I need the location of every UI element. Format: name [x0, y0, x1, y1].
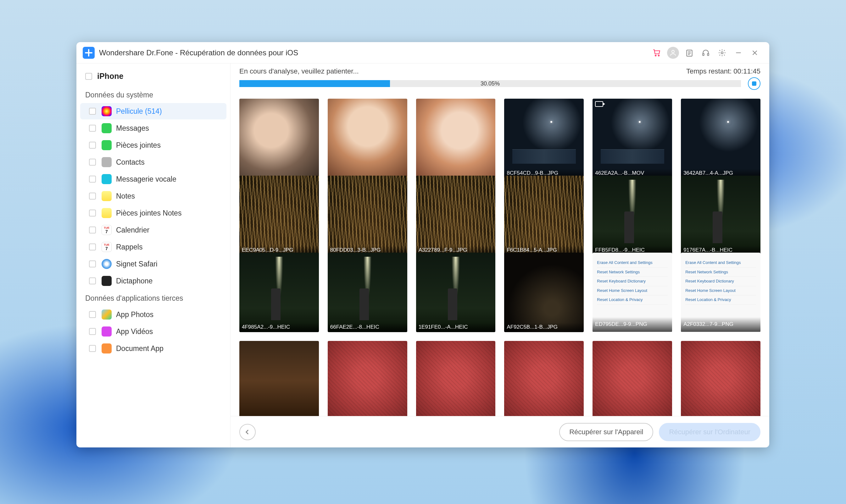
thumbnail[interactable] [592, 341, 672, 416]
thumbnail[interactable]: 1E91FE0...-A...HEIC [416, 253, 496, 332]
app-doc-icon [102, 343, 111, 354]
sidebar-item-app-videos[interactable]: App Vidéos [80, 323, 226, 340]
sidebar-item-safari[interactable]: Signet Safari [80, 256, 226, 272]
thumbnail-filename: AF92C5B...1-B...JPG [504, 323, 584, 332]
sidebar-item-label: Messages [116, 124, 149, 132]
recover-device-button[interactable]: Récupérer sur l'Appareil [559, 423, 653, 441]
svg-point-2 [672, 50, 674, 53]
pellicule-icon [102, 106, 111, 116]
sidebar-item-app-doc[interactable]: Document App [80, 340, 226, 357]
thumbnail[interactable]: AF92C5B...1-B...JPG [504, 253, 584, 332]
sidebar-item-label: Pièces jointes [116, 141, 161, 149]
sidebar-item-messages[interactable]: Messages [80, 120, 226, 137]
thumbnail[interactable]: Erase All Content and SettingsReset Netw… [592, 253, 672, 332]
sidebar-item-label: App Photos [116, 310, 154, 319]
sidebar-item-label: Pellicule (514) [116, 107, 162, 115]
recover-pc-button[interactable]: Récupérer sur l'Ordinateur [659, 423, 760, 441]
svg-point-0 [655, 55, 656, 56]
back-button[interactable] [239, 424, 256, 440]
reminders-icon: TUE7 [102, 242, 111, 252]
checkbox[interactable] [89, 260, 96, 267]
calendar-icon: TUE7 [102, 225, 111, 235]
thumbnail[interactable]: 3642AB7...4-A...JPG [681, 99, 760, 178]
sidebar-item-notes-attach[interactable]: Pièces jointes Notes [80, 205, 226, 221]
minimize-button[interactable] [730, 44, 747, 61]
sidebar-item-dictaphone[interactable]: Dictaphone [80, 273, 226, 289]
thumbnail[interactable] [328, 341, 407, 416]
progress-percent: 30.05% [481, 80, 500, 87]
checkbox[interactable] [89, 227, 96, 233]
thumbnail[interactable] [328, 99, 407, 178]
close-button[interactable] [747, 44, 763, 61]
sidebar-item-label: Dictaphone [116, 277, 153, 285]
sidebar-item-voicemail[interactable]: Messagerie vocale [80, 171, 226, 187]
progress-area: En cours d'analyse, veuillez patienter..… [230, 64, 769, 92]
svg-point-1 [658, 55, 659, 56]
checkbox[interactable] [89, 176, 96, 183]
user-icon[interactable] [667, 47, 679, 59]
thumbnail[interactable]: FFB5FD8...-9...HEIC [592, 176, 672, 255]
thumbnail[interactable]: 4F985A2...-9...HEIC [239, 253, 319, 332]
thumbnail[interactable] [681, 341, 760, 416]
checkbox[interactable] [89, 277, 96, 284]
sidebar-item-calendar[interactable]: TUE7Calendrier [80, 222, 226, 238]
thumbnail[interactable]: F6C1B84...5-A...JPG [504, 176, 584, 255]
sidebar-item-app-photos[interactable]: App Photos [80, 306, 226, 323]
thumbnail[interactable] [416, 99, 496, 178]
feedback-icon[interactable] [681, 44, 697, 61]
progress-bar: 30.05% [239, 80, 741, 87]
thumbnail[interactable]: 9176E7A...-B...HEIC [681, 176, 760, 255]
sidebar-item-label: Pièces jointes Notes [116, 209, 182, 217]
progress-status: En cours d'analyse, veuillez patienter..… [239, 67, 359, 75]
thumbnail-filename: 4F985A2...-9...HEIC [239, 323, 319, 332]
thumbnail[interactable]: 462EA2A...-B...MOV [592, 99, 672, 178]
checkbox[interactable] [89, 108, 96, 115]
thumbnail[interactable]: Erase All Content and SettingsReset Netw… [681, 253, 760, 332]
main-panel: En cours d'analyse, veuillez patienter..… [230, 64, 769, 447]
checkbox[interactable] [89, 244, 96, 250]
gear-icon[interactable] [714, 44, 730, 61]
sidebar-item-reminders[interactable]: TUE7Rappels [80, 239, 226, 255]
sidebar-item-notes[interactable]: Notes [80, 188, 226, 204]
app-logo-icon [83, 47, 95, 59]
thumbnail[interactable]: 80FDD03...3-B...JPG [328, 176, 407, 255]
checkbox[interactable] [89, 328, 96, 335]
checkbox[interactable] [89, 193, 96, 199]
thumbnail[interactable]: 66FAE2E...-8...HEIC [328, 253, 407, 332]
thumbnail-filename: A2F0332...7-9...PNG [681, 317, 760, 332]
checkbox[interactable] [89, 159, 96, 166]
dictaphone-icon [102, 276, 111, 286]
sidebar-item-label: Calendrier [116, 226, 150, 234]
checkbox[interactable] [89, 210, 96, 216]
thumbnail-filename: ED795DE...9-9...PNG [592, 317, 672, 332]
sidebar-item-label: Notes [116, 192, 135, 200]
safari-icon [102, 259, 111, 269]
cart-icon[interactable] [649, 44, 665, 61]
checkbox[interactable] [89, 345, 96, 352]
sidebar-item-label: Messagerie vocale [116, 175, 176, 183]
section-thirdparty: Données d'applications tierces [76, 290, 230, 306]
thumbnail[interactable]: EEC9A05...D-9...JPG [239, 176, 319, 255]
video-icon [595, 101, 603, 107]
sidebar-item-contacts[interactable]: Contacts [80, 154, 226, 170]
thumbnail[interactable]: A322789...F-9...JPG [416, 176, 496, 255]
footer: Récupérer sur l'Appareil Récupérer sur l… [230, 416, 769, 447]
checkbox[interactable] [89, 142, 96, 149]
svg-rect-5 [707, 53, 709, 56]
checkbox[interactable] [89, 125, 96, 132]
device-row[interactable]: iPhone [76, 69, 230, 86]
device-checkbox[interactable] [85, 73, 92, 80]
stop-button[interactable] [748, 77, 760, 90]
thumbnail[interactable]: 8CF54CD...9-B...JPG [504, 99, 584, 178]
thumbnail-filename: 66FAE2E...-8...HEIC [328, 323, 407, 332]
thumbnail[interactable] [239, 99, 319, 178]
sidebar-item-pellicule[interactable]: Pellicule (514) [80, 103, 226, 120]
sidebar-item-attachments[interactable]: Pièces jointes [80, 137, 226, 153]
thumbnail[interactable] [416, 341, 496, 416]
checkbox[interactable] [89, 311, 96, 318]
app-photos-icon [102, 309, 111, 320]
sidebar-item-label: Rappels [116, 243, 142, 251]
thumbnail[interactable] [239, 341, 319, 416]
thumbnail[interactable] [504, 341, 584, 416]
headset-icon[interactable] [697, 44, 714, 61]
